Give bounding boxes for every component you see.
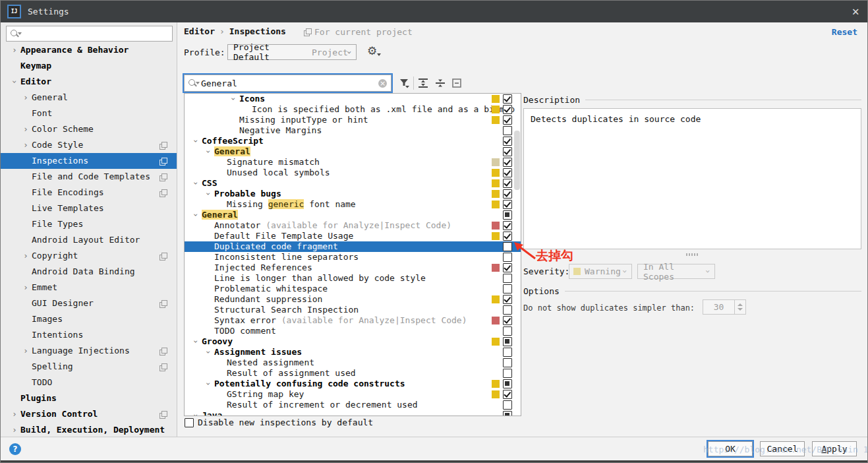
chevron-down-icon[interactable]: › [190, 209, 201, 221]
sidebar-item-inspections[interactable]: Inspections [1, 153, 177, 169]
tree-row-nested-assignment[interactable]: Nested assignment [185, 357, 521, 368]
inspection-checkbox[interactable] [503, 189, 512, 199]
inspection-checkbox[interactable] [503, 115, 512, 125]
inspection-checkbox[interactable] [503, 295, 512, 304]
tree-row-redundant-suppression[interactable]: Redundant suppression [185, 294, 521, 305]
tree-scrollbar[interactable] [514, 131, 520, 190]
chevron-right-icon[interactable]: › [9, 422, 20, 438]
inspection-checkbox[interactable] [503, 337, 512, 346]
inspection-checkbox[interactable] [503, 126, 512, 135]
sidebar-item-file-encodings[interactable]: File Encodings [1, 185, 177, 201]
inspection-checkbox[interactable] [503, 358, 512, 367]
tree-row-negative-margins[interactable]: Negative Margins [185, 125, 521, 136]
tree-row-signature-mismatch[interactable]: Signature mismatch [185, 157, 521, 168]
tree-row-assignment-issues[interactable]: ›Assignment issues [185, 347, 521, 357]
tree-row-duplicated-code-fragment[interactable]: Duplicated code fragment [185, 241, 521, 252]
sidebar-item-images[interactable]: Images [1, 311, 177, 327]
spinner-arrows-icon[interactable] [734, 300, 745, 314]
inspection-checkbox[interactable] [503, 369, 512, 378]
tree-row-unused-local-symbols[interactable]: Unused local symbols [185, 168, 521, 178]
tree-row-problematic-whitespace[interactable]: Problematic whitespace [185, 284, 521, 294]
sidebar-item-android-layout-editor[interactable]: Android Layout Editor [1, 232, 177, 248]
sidebar-item-code-style[interactable]: ›Code Style [1, 137, 177, 153]
collapse-all-icon[interactable] [434, 76, 446, 90]
sidebar-item-font[interactable]: Font [1, 106, 177, 121]
chevron-down-icon[interactable]: › [203, 146, 214, 158]
tree-row-missing-generic-font-name[interactable]: Missing generic font name [185, 199, 521, 210]
tree-row-gstring-map-key[interactable]: GString map key [185, 389, 521, 400]
inspection-checkbox[interactable] [503, 147, 512, 156]
inspection-checkbox[interactable] [503, 137, 512, 146]
splitter-handle[interactable] [686, 253, 698, 256]
inspection-search-input[interactable]: General × [184, 75, 391, 92]
chevron-right-icon[interactable]: › [20, 90, 32, 106]
sidebar-item-version-control[interactable]: ›Version Control [1, 406, 177, 422]
chevron-down-icon[interactable]: › [190, 177, 201, 189]
chevron-right-icon[interactable]: › [20, 280, 32, 295]
sidebar-item-appearance-behavior[interactable]: ›Appearance & Behavior [1, 42, 177, 58]
filter-icon[interactable] [399, 76, 411, 90]
tree-row-result-of-assignment-used[interactable]: Result of assignment used [185, 368, 521, 379]
sidebar-item-color-scheme[interactable]: ›Color Scheme [1, 121, 177, 137]
sidebar-item-plugins[interactable]: Plugins [1, 390, 177, 406]
tree-row-potentially-confusing-code-constructs[interactable]: ›Potentially confusing code constructs [185, 379, 521, 389]
sidebar-item-gui-designer[interactable]: GUI Designer [1, 295, 177, 311]
sidebar-item-build-execution-deployment[interactable]: ›Build, Execution, Deployment [1, 422, 177, 438]
tree-row-java[interactable]: ›Java [185, 410, 521, 416]
inspection-checkbox[interactable] [503, 242, 512, 251]
inspection-checkbox[interactable] [503, 400, 512, 410]
tree-row-icons[interactable]: ›Icons [185, 94, 521, 104]
tree-row-result-of-increment-or-decrement-used[interactable]: Result of increment or decrement used [185, 400, 521, 410]
chevron-down-icon[interactable]: › [203, 188, 214, 200]
clear-search-icon[interactable]: × [378, 79, 387, 88]
tree-row-default-file-template-usage[interactable]: Default File Template Usage [185, 231, 521, 241]
inspection-checkbox[interactable] [503, 305, 512, 315]
sidebar-item-live-templates[interactable]: Live Templates [1, 201, 177, 216]
inspection-checkbox[interactable] [503, 263, 512, 272]
sidebar-item-intentions[interactable]: Intentions [1, 327, 177, 343]
sidebar-item-todo[interactable]: TODO [1, 375, 177, 390]
duplicates-threshold-spinner[interactable]: 30 [703, 299, 746, 315]
inspection-checkbox[interactable] [503, 274, 512, 283]
chevron-right-icon[interactable]: › [20, 137, 32, 153]
tree-row-inconsistent-line-separators[interactable]: Inconsistent line separators [185, 252, 521, 262]
tree-row-annotator[interactable]: Annotator (available for Analyze|Inspect… [185, 220, 521, 231]
ok-button[interactable]: OK [708, 441, 753, 456]
chevron-right-icon[interactable]: › [20, 248, 32, 264]
inspection-checkbox[interactable] [503, 221, 512, 230]
expand-all-icon[interactable] [417, 76, 429, 90]
sidebar-item-keymap[interactable]: Keymap [1, 58, 177, 74]
inspection-checkbox[interactable] [503, 390, 512, 399]
tree-row-icon-is-specified-both-as-xml-file-and-as-a-bitmap[interactable]: Icon is specified both as .xml file and … [185, 104, 521, 115]
sidebar-item-android-data-binding[interactable]: Android Data Binding [1, 264, 177, 280]
inspection-checkbox[interactable] [503, 200, 512, 209]
tree-row-injected-references[interactable]: Injected References [185, 262, 521, 273]
tree-row-line-is-longer-than-allowed-by-code-style[interactable]: Line is longer than allowed by code styl… [185, 273, 521, 284]
inspection-checkbox[interactable] [503, 210, 512, 220]
sidebar-item-general[interactable]: ›General [1, 90, 177, 106]
settings-search-input[interactable] [6, 26, 173, 42]
profile-dropdown[interactable]: Project Default Project › [227, 44, 357, 60]
tree-row-css[interactable]: ›CSS [185, 178, 521, 189]
apply-button[interactable]: Apply [812, 441, 857, 456]
tree-row-general[interactable]: ›General [185, 210, 521, 220]
chevron-down-icon[interactable]: › [7, 76, 22, 88]
inspection-checkbox[interactable] [503, 105, 512, 114]
tree-row-structural-search-inspection[interactable]: Structural Search Inspection [185, 305, 521, 315]
reset-link[interactable]: Reset [832, 27, 857, 37]
inspection-checkbox[interactable] [503, 232, 512, 241]
chevron-down-icon[interactable]: › [190, 336, 201, 348]
chevron-right-icon[interactable]: › [9, 42, 20, 58]
chevron-down-icon[interactable]: › [190, 135, 201, 147]
severity-dropdown[interactable]: Warning › [569, 264, 632, 279]
chevron-right-icon[interactable]: › [20, 343, 32, 359]
tree-row-syntax-error[interactable]: Syntax error (available for Analyze|Insp… [185, 315, 521, 326]
chevron-right-icon[interactable]: › [9, 406, 20, 422]
sidebar-item-emmet[interactable]: ›Emmet [1, 280, 177, 295]
breadcrumb-editor[interactable]: Editor [184, 26, 215, 36]
tree-row-general[interactable]: ›General [185, 146, 521, 157]
scope-dropdown[interactable]: In All Scopes › [637, 264, 715, 279]
close-icon[interactable]: × [852, 4, 859, 18]
tree-row-probable-bugs[interactable]: ›Probable bugs [185, 189, 521, 199]
sidebar-item-editor[interactable]: ›Editor [1, 74, 177, 90]
